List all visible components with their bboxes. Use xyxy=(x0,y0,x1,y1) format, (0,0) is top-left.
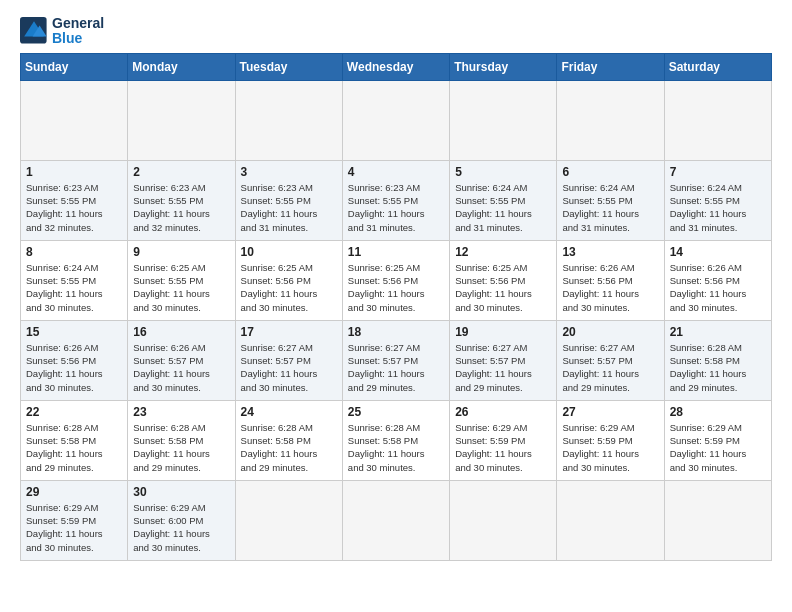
day-info: Sunrise: 6:24 AM Sunset: 5:55 PM Dayligh… xyxy=(670,181,766,234)
day-info: Sunrise: 6:26 AM Sunset: 5:56 PM Dayligh… xyxy=(562,261,658,314)
calendar-cell: 17Sunrise: 6:27 AM Sunset: 5:57 PM Dayli… xyxy=(235,320,342,400)
calendar-week-row xyxy=(21,80,772,160)
calendar-cell xyxy=(664,480,771,560)
calendar-cell: 11Sunrise: 6:25 AM Sunset: 5:56 PM Dayli… xyxy=(342,240,449,320)
day-info: Sunrise: 6:27 AM Sunset: 5:57 PM Dayligh… xyxy=(348,341,444,394)
calendar-cell: 12Sunrise: 6:25 AM Sunset: 5:56 PM Dayli… xyxy=(450,240,557,320)
logo-text: General Blue xyxy=(52,16,104,47)
calendar-cell xyxy=(342,480,449,560)
day-info: Sunrise: 6:27 AM Sunset: 5:57 PM Dayligh… xyxy=(562,341,658,394)
calendar-cell: 15Sunrise: 6:26 AM Sunset: 5:56 PM Dayli… xyxy=(21,320,128,400)
day-number: 27 xyxy=(562,405,658,419)
day-number: 4 xyxy=(348,165,444,179)
calendar-cell xyxy=(557,80,664,160)
calendar-cell: 30Sunrise: 6:29 AM Sunset: 6:00 PM Dayli… xyxy=(128,480,235,560)
day-number: 6 xyxy=(562,165,658,179)
day-number: 7 xyxy=(670,165,766,179)
day-number: 5 xyxy=(455,165,551,179)
day-number: 20 xyxy=(562,325,658,339)
calendar-table: SundayMondayTuesdayWednesdayThursdayFrid… xyxy=(20,53,772,561)
weekday-header: Wednesday xyxy=(342,53,449,80)
logo-general: General xyxy=(52,16,104,31)
logo-blue: Blue xyxy=(52,31,104,46)
day-info: Sunrise: 6:29 AM Sunset: 6:00 PM Dayligh… xyxy=(133,501,229,554)
day-number: 17 xyxy=(241,325,337,339)
day-info: Sunrise: 6:28 AM Sunset: 5:58 PM Dayligh… xyxy=(348,421,444,474)
weekday-header: Saturday xyxy=(664,53,771,80)
day-number: 22 xyxy=(26,405,122,419)
calendar-cell xyxy=(235,80,342,160)
weekday-header: Friday xyxy=(557,53,664,80)
day-number: 26 xyxy=(455,405,551,419)
calendar-week-row: 8Sunrise: 6:24 AM Sunset: 5:55 PM Daylig… xyxy=(21,240,772,320)
calendar-cell: 8Sunrise: 6:24 AM Sunset: 5:55 PM Daylig… xyxy=(21,240,128,320)
day-info: Sunrise: 6:27 AM Sunset: 5:57 PM Dayligh… xyxy=(241,341,337,394)
day-number: 29 xyxy=(26,485,122,499)
weekday-header: Tuesday xyxy=(235,53,342,80)
day-number: 18 xyxy=(348,325,444,339)
calendar-cell: 13Sunrise: 6:26 AM Sunset: 5:56 PM Dayli… xyxy=(557,240,664,320)
calendar-cell: 9Sunrise: 6:25 AM Sunset: 5:55 PM Daylig… xyxy=(128,240,235,320)
day-number: 16 xyxy=(133,325,229,339)
calendar-cell: 21Sunrise: 6:28 AM Sunset: 5:58 PM Dayli… xyxy=(664,320,771,400)
day-info: Sunrise: 6:23 AM Sunset: 5:55 PM Dayligh… xyxy=(348,181,444,234)
calendar-cell: 2Sunrise: 6:23 AM Sunset: 5:55 PM Daylig… xyxy=(128,160,235,240)
calendar-cell xyxy=(21,80,128,160)
day-info: Sunrise: 6:23 AM Sunset: 5:55 PM Dayligh… xyxy=(241,181,337,234)
day-info: Sunrise: 6:29 AM Sunset: 5:59 PM Dayligh… xyxy=(26,501,122,554)
calendar-cell: 26Sunrise: 6:29 AM Sunset: 5:59 PM Dayli… xyxy=(450,400,557,480)
calendar-cell: 18Sunrise: 6:27 AM Sunset: 5:57 PM Dayli… xyxy=(342,320,449,400)
day-number: 13 xyxy=(562,245,658,259)
calendar-cell: 7Sunrise: 6:24 AM Sunset: 5:55 PM Daylig… xyxy=(664,160,771,240)
calendar-cell: 27Sunrise: 6:29 AM Sunset: 5:59 PM Dayli… xyxy=(557,400,664,480)
day-number: 25 xyxy=(348,405,444,419)
calendar-week-row: 1Sunrise: 6:23 AM Sunset: 5:55 PM Daylig… xyxy=(21,160,772,240)
day-info: Sunrise: 6:28 AM Sunset: 5:58 PM Dayligh… xyxy=(133,421,229,474)
calendar-cell xyxy=(128,80,235,160)
day-number: 3 xyxy=(241,165,337,179)
day-info: Sunrise: 6:25 AM Sunset: 5:56 PM Dayligh… xyxy=(455,261,551,314)
logo-icon xyxy=(20,17,48,45)
weekday-header: Thursday xyxy=(450,53,557,80)
day-number: 19 xyxy=(455,325,551,339)
calendar-cell: 1Sunrise: 6:23 AM Sunset: 5:55 PM Daylig… xyxy=(21,160,128,240)
day-info: Sunrise: 6:24 AM Sunset: 5:55 PM Dayligh… xyxy=(562,181,658,234)
calendar-week-row: 29Sunrise: 6:29 AM Sunset: 5:59 PM Dayli… xyxy=(21,480,772,560)
weekday-header: Sunday xyxy=(21,53,128,80)
day-info: Sunrise: 6:28 AM Sunset: 5:58 PM Dayligh… xyxy=(26,421,122,474)
calendar-cell: 29Sunrise: 6:29 AM Sunset: 5:59 PM Dayli… xyxy=(21,480,128,560)
header: General Blue xyxy=(20,16,772,47)
calendar-cell xyxy=(450,480,557,560)
day-number: 2 xyxy=(133,165,229,179)
day-number: 24 xyxy=(241,405,337,419)
day-number: 21 xyxy=(670,325,766,339)
calendar-cell: 24Sunrise: 6:28 AM Sunset: 5:58 PM Dayli… xyxy=(235,400,342,480)
calendar-cell: 22Sunrise: 6:28 AM Sunset: 5:58 PM Dayli… xyxy=(21,400,128,480)
calendar-cell: 3Sunrise: 6:23 AM Sunset: 5:55 PM Daylig… xyxy=(235,160,342,240)
day-info: Sunrise: 6:29 AM Sunset: 5:59 PM Dayligh… xyxy=(670,421,766,474)
calendar-week-row: 22Sunrise: 6:28 AM Sunset: 5:58 PM Dayli… xyxy=(21,400,772,480)
page: General Blue SundayMondayTuesdayWednesda… xyxy=(0,0,792,581)
day-info: Sunrise: 6:23 AM Sunset: 5:55 PM Dayligh… xyxy=(133,181,229,234)
day-number: 9 xyxy=(133,245,229,259)
calendar-cell xyxy=(664,80,771,160)
day-info: Sunrise: 6:26 AM Sunset: 5:57 PM Dayligh… xyxy=(133,341,229,394)
calendar-cell: 28Sunrise: 6:29 AM Sunset: 5:59 PM Dayli… xyxy=(664,400,771,480)
day-number: 11 xyxy=(348,245,444,259)
day-number: 30 xyxy=(133,485,229,499)
day-info: Sunrise: 6:28 AM Sunset: 5:58 PM Dayligh… xyxy=(670,341,766,394)
calendar-cell xyxy=(235,480,342,560)
day-info: Sunrise: 6:27 AM Sunset: 5:57 PM Dayligh… xyxy=(455,341,551,394)
day-number: 1 xyxy=(26,165,122,179)
day-info: Sunrise: 6:26 AM Sunset: 5:56 PM Dayligh… xyxy=(670,261,766,314)
calendar-cell: 5Sunrise: 6:24 AM Sunset: 5:55 PM Daylig… xyxy=(450,160,557,240)
calendar-cell: 19Sunrise: 6:27 AM Sunset: 5:57 PM Dayli… xyxy=(450,320,557,400)
calendar-cell xyxy=(450,80,557,160)
day-info: Sunrise: 6:24 AM Sunset: 5:55 PM Dayligh… xyxy=(455,181,551,234)
calendar-cell: 4Sunrise: 6:23 AM Sunset: 5:55 PM Daylig… xyxy=(342,160,449,240)
day-info: Sunrise: 6:24 AM Sunset: 5:55 PM Dayligh… xyxy=(26,261,122,314)
calendar-cell: 20Sunrise: 6:27 AM Sunset: 5:57 PM Dayli… xyxy=(557,320,664,400)
day-info: Sunrise: 6:25 AM Sunset: 5:56 PM Dayligh… xyxy=(348,261,444,314)
day-number: 28 xyxy=(670,405,766,419)
day-info: Sunrise: 6:29 AM Sunset: 5:59 PM Dayligh… xyxy=(562,421,658,474)
